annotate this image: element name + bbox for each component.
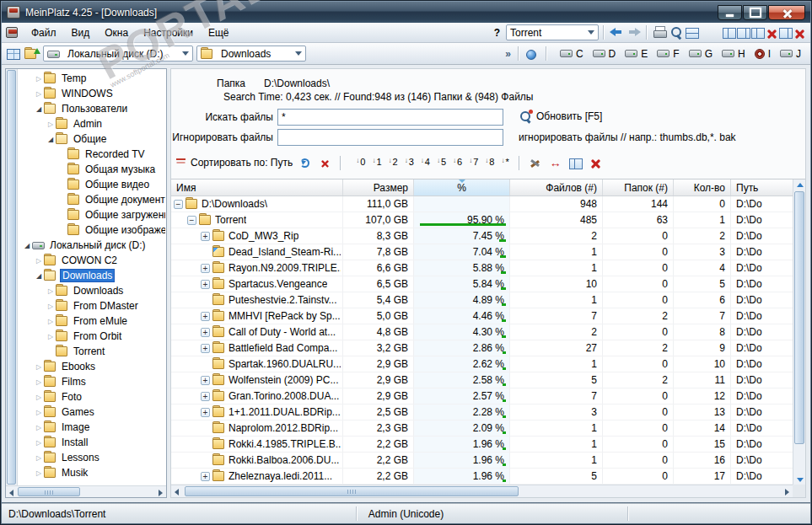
close-button[interactable]: [768, 5, 805, 20]
tree-item[interactable]: ▷Foto: [19, 389, 165, 404]
column-header[interactable]: Файлов (#): [510, 179, 603, 196]
expand-box-icon[interactable]: +: [201, 408, 210, 417]
scroll-left-arrow-icon[interactable]: [6, 487, 17, 496]
tree-item[interactable]: ◢Общие: [19, 131, 165, 147]
tree-expand-arrow-icon[interactable]: ▷: [46, 318, 56, 325]
menu-item[interactable]: Ещё: [201, 25, 237, 40]
menu-item[interactable]: Вид: [64, 25, 98, 40]
column-header[interactable]: Папок (#): [603, 179, 674, 196]
expand-box-icon[interactable]: +: [201, 376, 210, 385]
sort-number-button[interactable]: ↓4: [418, 156, 433, 170]
drive-button[interactable]: D: [589, 47, 621, 61]
tree-item[interactable]: Общая музыка: [19, 162, 165, 177]
drive-button[interactable]: E: [621, 47, 652, 61]
forward-button[interactable]: [626, 25, 642, 40]
layout-button[interactable]: [567, 155, 584, 170]
sort-number-button[interactable]: ↓3: [402, 156, 417, 170]
delete-button[interactable]: [588, 155, 605, 170]
tree-expand-arrow-icon[interactable]: ◢: [46, 136, 56, 143]
tree-expand-arrow-icon[interactable]: ▷: [34, 363, 44, 371]
tree-item[interactable]: ▷Films: [19, 374, 165, 389]
tree-item[interactable]: ▷From DMaster: [19, 298, 165, 313]
tree-expand-arrow-icon[interactable]: ▷: [34, 469, 44, 477]
column-header[interactable]: Размер: [343, 179, 414, 196]
tree-expand-arrow-icon[interactable]: ▷: [46, 333, 56, 340]
table-row[interactable]: +Call of Duty - World at... 4,8 GB 4.30 …: [171, 324, 793, 340]
table-row[interactable]: +1+1.2011.DUAL.BDRip... 2,5 GB 2.28 % 3 …: [171, 404, 793, 421]
tree-expand-arrow-icon[interactable]: ▷: [34, 257, 44, 265]
back-button[interactable]: [609, 25, 625, 40]
search-button[interactable]: [669, 25, 685, 40]
table-row[interactable]: +CoD_MW3_Rip 8,3 GB 7.45 % 2 0 2 D:\Do: [171, 228, 793, 244]
columns2-button[interactable]: [779, 28, 793, 39]
tree-vertical-scrollbar[interactable]: [6, 69, 18, 485]
tree-expand-arrow-icon[interactable]: ◢: [34, 105, 44, 113]
expand-box-icon[interactable]: +: [201, 344, 210, 353]
folder-combobox[interactable]: Downloads: [196, 46, 306, 62]
table-row[interactable]: Dead_Island_Steam-Ri... 7,8 GB 7.04 % 1 …: [171, 244, 793, 260]
scroll-right-arrow-icon[interactable]: [155, 487, 166, 496]
resort-button[interactable]: [296, 155, 313, 170]
table-row[interactable]: Puteshestvie.2.Tainstv... 5,4 GB 4.89 % …: [171, 292, 793, 308]
scroll-left-arrow-icon[interactable]: [171, 486, 182, 496]
clear-sort-button[interactable]: [316, 155, 333, 170]
tree-expand-arrow-icon[interactable]: ◢: [22, 242, 32, 249]
scrollbar-thumb[interactable]: [18, 487, 80, 496]
tree-item[interactable]: ◢Локальный диск (D:): [19, 238, 165, 253]
drive-button[interactable]: H: [718, 47, 750, 61]
sort-number-button[interactable]: ↓1: [369, 156, 384, 170]
toolbar-overflow-chevron[interactable]: »: [505, 48, 511, 60]
drive-button[interactable]: F: [653, 47, 683, 61]
sort-number-button[interactable]: ↓7: [466, 156, 481, 170]
tree-item[interactable]: Recorded TV: [19, 147, 165, 162]
tree-item[interactable]: ▷Games: [19, 404, 165, 420]
drive-button[interactable]: G: [685, 47, 717, 61]
expand-box-icon[interactable]: +: [201, 264, 210, 273]
help-button[interactable]: ?: [489, 27, 505, 39]
table-row[interactable]: +Zheleznaya.ledi.2011... 2,2 GB 1.96 % 5…: [171, 469, 793, 485]
tree-item[interactable]: ◢Downloads: [19, 268, 165, 283]
tree-item[interactable]: Общие изображения: [19, 222, 165, 238]
tools-button[interactable]: [527, 155, 544, 170]
swap-button[interactable]: ↔: [547, 155, 564, 170]
tree-item[interactable]: Torrent: [19, 344, 165, 359]
expand-box-icon[interactable]: +: [201, 328, 210, 337]
tree-item[interactable]: ▷Admin: [19, 116, 165, 131]
drive-combobox[interactable]: Локальный диск (D:): [43, 46, 193, 62]
scroll-right-arrow-icon[interactable]: [782, 486, 793, 496]
table-row[interactable]: +Battlefield Bad Compa... 3,2 GB 2.86 % …: [171, 340, 793, 356]
drive-button[interactable]: J: [776, 47, 805, 61]
sort-number-button[interactable]: ↓2: [386, 156, 401, 170]
tree-item[interactable]: ▷Temp: [19, 71, 165, 86]
expand-box-icon[interactable]: +: [201, 472, 210, 481]
scrollbar-thumb[interactable]: [185, 486, 519, 496]
scrollbar-thumb[interactable]: [794, 191, 804, 444]
expand-box-icon[interactable]: +: [201, 280, 210, 289]
expand-box-icon[interactable]: −: [187, 216, 196, 225]
table-row[interactable]: Spartak.1960.DUALRU... 2,9 GB 2.62 % 1 0…: [171, 356, 793, 372]
exit-button[interactable]: [793, 28, 806, 40]
table-row[interactable]: +MMHVI [RePack by Sp... 5,0 GB 4.46 % 7 …: [171, 308, 793, 324]
tree-item[interactable]: ▷From Orbit: [19, 329, 165, 344]
column-header[interactable]: Путь: [731, 179, 793, 196]
drive-button[interactable]: I: [750, 47, 775, 61]
tree-expand-arrow-icon[interactable]: ▷: [34, 90, 44, 98]
sort-number-button[interactable]: ↓8: [482, 156, 497, 170]
menu-item[interactable]: Файл: [24, 25, 64, 40]
table-row[interactable]: +Wolfenstein (2009) PC... 2,9 GB 2.58 % …: [171, 372, 793, 388]
tree-expand-arrow-icon[interactable]: ▷: [34, 75, 44, 83]
tree-item[interactable]: ◢Пользователи: [19, 101, 165, 116]
sort-number-button[interactable]: ↓0: [353, 156, 368, 170]
grid-view-button[interactable]: [7, 49, 20, 60]
tree-item[interactable]: ▷COWON C2: [19, 253, 165, 268]
tree-expand-arrow-icon[interactable]: ▷: [46, 121, 56, 128]
tree-expand-arrow-icon[interactable]: ▷: [34, 454, 44, 462]
column-header[interactable]: Имя: [171, 179, 343, 196]
tree-item[interactable]: ▷Downloads: [19, 283, 165, 298]
table-row[interactable]: Rokki.Balboa.2006.DU... 2,2 GB 1.96 % 1 …: [171, 453, 793, 469]
table-row[interactable]: Rokki.4.1985.TRIPLE.B... 2,2 GB 1.96 % 1…: [171, 437, 793, 453]
sort-number-button[interactable]: ↓6: [450, 156, 465, 170]
tree-item[interactable]: ▷Image: [19, 420, 165, 435]
column-header[interactable]: Кол-во: [674, 179, 731, 196]
split-right-button[interactable]: [737, 28, 750, 39]
